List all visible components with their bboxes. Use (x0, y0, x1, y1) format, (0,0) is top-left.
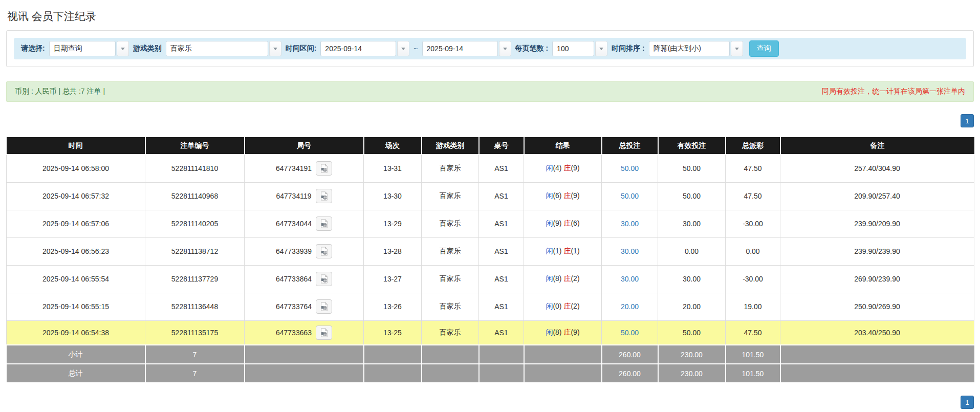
cell-round-id: 647734191 (245, 155, 364, 182)
grand-total-payout: 101.50 (726, 364, 780, 383)
banker-score: (2) (571, 274, 579, 283)
cell-table-no: AS1 (479, 265, 524, 293)
page-size-combobox[interactable]: 100 (552, 41, 607, 56)
cell-payout: 47.50 (726, 182, 780, 210)
table-row: 2025-09-14 06:55:15 522811136448 6477337… (7, 293, 974, 320)
player-score: (8) (553, 274, 561, 283)
chevron-down-icon[interactable] (269, 41, 281, 56)
chevron-down-icon[interactable] (499, 41, 511, 56)
subtotal-row: 小计 7 260.00 230.00 101.50 (7, 345, 974, 364)
chevron-down-icon[interactable] (595, 41, 607, 56)
cell-time: 2025-09-14 06:55:54 (7, 265, 145, 293)
cell-game-type: 百家乐 (422, 155, 479, 182)
cell-bet-id: 522811136448 (145, 293, 245, 320)
video-replay-icon[interactable] (316, 189, 332, 203)
video-replay-icon[interactable] (316, 272, 332, 286)
cell-game-type: 百家乐 (422, 265, 479, 293)
cell-valid-bet: 30.00 (658, 210, 726, 237)
cell-note: 239.90/209.90 (780, 210, 974, 237)
player-label: 闲 (546, 164, 553, 172)
grand-total-count: 7 (145, 364, 245, 383)
chevron-down-icon[interactable] (117, 41, 129, 56)
total-bet-link[interactable]: 30.00 (621, 275, 639, 283)
subtotal-label: 小计 (7, 345, 145, 364)
table-row: 2025-09-14 06:56:23 522811138712 6477339… (7, 237, 974, 265)
cell-session: 13-30 (364, 182, 422, 210)
video-replay-icon[interactable] (316, 326, 332, 340)
cell-payout: -30.00 (726, 210, 780, 237)
banker-score: (2) (571, 302, 579, 310)
cell-result: 闲(6) 庄(9) (524, 182, 602, 210)
cell-note: 209.90/257.40 (780, 182, 974, 210)
player-score: (0) (553, 302, 561, 310)
cell-round-id: 647733764 (245, 293, 364, 320)
cell-time: 2025-09-14 06:57:06 (7, 210, 145, 237)
page-size-value[interactable]: 100 (552, 41, 594, 56)
cell-total-bet: 50.00 (602, 155, 658, 182)
grand-total-label: 总计 (7, 364, 145, 383)
banker-label: 庄 (563, 164, 571, 172)
cell-result: 闲(8) 庄(2) (524, 265, 602, 293)
time-range-label: 时间区间: (286, 44, 317, 53)
pagination-bottom: 1 (6, 396, 974, 409)
player-score: (4) (553, 164, 561, 172)
total-bet-link[interactable]: 50.00 (621, 164, 639, 172)
video-replay-icon[interactable] (316, 161, 332, 176)
cell-game-type: 百家乐 (422, 320, 479, 345)
player-label: 闲 (546, 247, 553, 255)
cell-note: 239.90/239.90 (780, 237, 974, 265)
time-sort-value[interactable]: 降冪(由大到小) (649, 41, 730, 56)
video-replay-icon[interactable] (316, 244, 332, 258)
round-id-text: 647734191 (276, 164, 312, 172)
grand-total-row: 总计 7 260.00 230.00 101.50 (7, 364, 974, 383)
total-bet-link[interactable]: 50.00 (621, 192, 639, 200)
cell-payout: 19.00 (726, 293, 780, 320)
total-bet-link[interactable]: 30.00 (621, 247, 639, 255)
cell-game-type: 百家乐 (422, 210, 479, 237)
col-header-session: 场次 (364, 137, 422, 155)
query-type-combobox[interactable]: 日期查询 (49, 41, 129, 56)
round-id-text: 647733764 (276, 302, 312, 311)
player-label: 闲 (546, 328, 553, 336)
cell-session: 13-26 (364, 293, 422, 320)
time-sort-combobox[interactable]: 降冪(由大到小) (649, 41, 743, 56)
game-type-value[interactable]: 百家乐 (166, 41, 268, 56)
cell-note: 203.40/250.90 (780, 320, 974, 345)
query-type-value[interactable]: 日期查询 (49, 41, 116, 56)
cell-session: 13-31 (364, 155, 422, 182)
date-to-value[interactable]: 2025-09-14 (422, 41, 498, 56)
page-1-button[interactable]: 1 (961, 396, 974, 409)
range-separator: ~ (413, 45, 418, 53)
total-bet-link[interactable]: 20.00 (621, 302, 639, 311)
search-button[interactable]: 查询 (749, 40, 779, 57)
banker-score: (9) (571, 164, 579, 172)
date-to-picker[interactable]: 2025-09-14 (422, 41, 511, 56)
video-replay-icon[interactable] (316, 216, 332, 231)
chevron-down-icon[interactable] (397, 41, 409, 56)
date-from-picker[interactable]: 2025-09-14 (320, 41, 409, 56)
cell-note: 269.90/239.90 (780, 265, 974, 293)
chevron-down-icon[interactable] (731, 41, 743, 56)
banker-label: 庄 (563, 191, 571, 200)
banker-label: 庄 (563, 328, 571, 336)
time-sort-label: 时间排序 : (612, 44, 645, 53)
col-header-table-no: 桌号 (479, 137, 524, 155)
total-bet-link[interactable]: 50.00 (621, 329, 639, 337)
total-bet-link[interactable]: 30.00 (621, 220, 639, 228)
cell-total-bet: 30.00 (602, 210, 658, 237)
cell-result: 闲(4) 庄(9) (524, 155, 602, 182)
banker-label: 庄 (563, 247, 571, 255)
game-type-combobox[interactable]: 百家乐 (166, 41, 281, 56)
player-score: (1) (553, 247, 561, 255)
cell-bet-id: 522811138712 (145, 237, 245, 265)
table-row: 2025-09-14 06:58:00 522811141810 6477341… (7, 155, 974, 182)
col-header-valid-bet: 有效投注 (658, 137, 726, 155)
date-from-value[interactable]: 2025-09-14 (320, 41, 396, 56)
page-1-button[interactable]: 1 (961, 114, 974, 127)
video-replay-icon[interactable] (316, 299, 332, 314)
valid-bet-notice-text: 同局有效投注，统一计算在该局第一张注单内 (822, 87, 965, 96)
cell-game-type: 百家乐 (422, 237, 479, 265)
subtotal-payout: 101.50 (726, 345, 780, 364)
cell-total-bet: 30.00 (602, 265, 658, 293)
cell-session: 13-25 (364, 320, 422, 345)
